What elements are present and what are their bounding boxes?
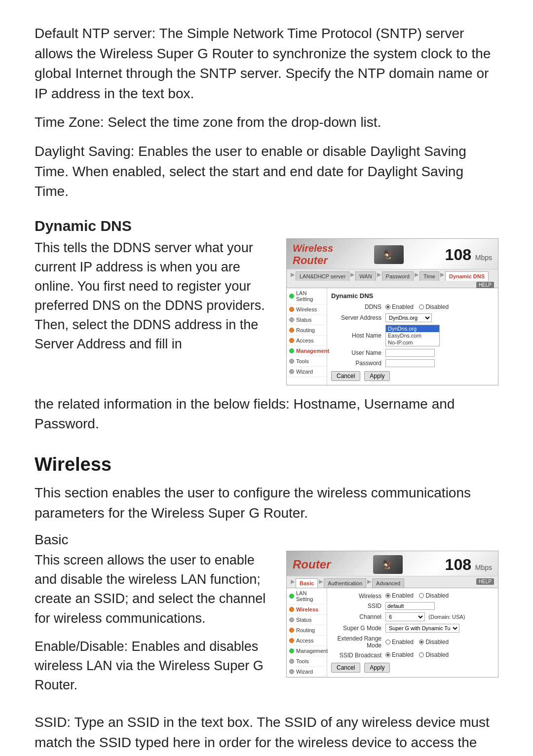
wireless-sidebar-wireless[interactable]: Wireless — [287, 605, 327, 615]
dynamic-dns-body2: the related information in the below fie… — [35, 394, 498, 434]
wireless-basic-body2: Enable/Disable: Enables and disables wir… — [35, 637, 274, 695]
dns-disabled-radio[interactable]: Disabled — [419, 303, 449, 310]
wireless-extended-disabled-circle — [419, 640, 424, 644]
wireless-dot-wireless — [289, 607, 294, 612]
wireless-sidebar-wizard[interactable]: Wizard — [287, 667, 327, 677]
wireless-tab-advanced[interactable]: Advanced — [372, 578, 404, 588]
dns-dot-status — [289, 317, 294, 322]
dns-ddns-row: DDNS Enabled Disabled — [331, 303, 494, 311]
wireless-ssid-row: SSID — [331, 602, 494, 610]
dns-dropdown-list[interactable]: DynDns.org EasyDns.com No-IP.com — [385, 325, 440, 346]
dns-sidebar-wireless[interactable]: Wireless — [287, 304, 327, 315]
dns-tab-password[interactable]: Password — [382, 271, 414, 281]
wireless-ssid-bcast-disabled-radio[interactable]: Disabled — [419, 651, 449, 658]
wireless-superg-select[interactable]: Super G with Dynamic Turbo — [385, 624, 459, 633]
wireless-sidebar-management[interactable]: Management — [287, 646, 327, 656]
wireless-disabled-circle — [419, 593, 424, 598]
wireless-sidebar-wizard-label: Wizard — [296, 669, 313, 675]
dns-tab-lan[interactable]: LAN&DHCP server — [296, 271, 349, 281]
dns-tab-wan[interactable]: WAN — [355, 271, 376, 281]
dns-password-value — [385, 359, 494, 367]
wireless-ssid-bcast-enabled-circle — [385, 652, 390, 657]
wireless-ssid-broadcast-label: SSID Broadcast — [331, 652, 385, 659]
wireless-sidebar-access[interactable]: Access — [287, 636, 327, 646]
dns-username-input[interactable] — [385, 349, 435, 357]
dns-sidebar-tools[interactable]: Tools — [287, 356, 327, 367]
dns-dot-wireless — [289, 307, 294, 312]
wireless-disabled-radio[interactable]: Disabled — [419, 592, 449, 599]
dns-hostname-row: Host Name DynDns.org EasyDns.com No-IP.c… — [331, 325, 494, 346]
dns-ddns-label: DDNS — [331, 303, 385, 310]
wireless-channel-label: Channel — [331, 613, 385, 620]
wireless-sidebar-management-label: Management — [296, 648, 328, 654]
dns-cancel-button[interactable]: Cancel — [331, 371, 360, 381]
dns-tab-dynamic-dns[interactable]: Dynamic DNS — [445, 271, 489, 281]
wireless-dot-routing — [289, 628, 294, 633]
dns-sidebar-tools-label: Tools — [296, 358, 309, 364]
dns-nav-arrow3: ▶ — [377, 271, 381, 281]
wireless-ssid-input[interactable] — [385, 602, 435, 610]
wireless-tab-basic[interactable]: Basic — [296, 578, 318, 588]
wireless-ssid-bcast-disabled-circle — [419, 652, 424, 657]
wireless-sidebar-status[interactable]: Status — [287, 615, 327, 625]
dns-dot-tools — [289, 359, 294, 364]
dns-dropdown-option3[interactable]: No-IP.com — [386, 339, 439, 346]
wireless-superg-row: Super G Mode Super G with Dynamic Turbo — [331, 624, 494, 633]
dns-ddns-radios: Enabled Disabled — [385, 303, 494, 311]
wireless-sidebar-access-label: Access — [296, 638, 313, 643]
wireless-dot-access — [289, 638, 294, 643]
dns-sidebar-status[interactable]: Status — [287, 315, 327, 325]
wireless-channel-domain: (Domain: USA) — [428, 614, 465, 620]
dns-sidebar-routing[interactable]: Routing — [287, 325, 327, 336]
wireless-router-header: Router 🦅 108 Mbps — [287, 551, 498, 576]
wireless-sidebar-routing[interactable]: Routing — [287, 625, 327, 636]
dns-nav-tabs: ▶ LAN&DHCP server ▶ WAN ▶ Password ▶ Tim… — [287, 269, 498, 288]
dns-dot-access — [289, 338, 294, 343]
dns-nav-arrow4: ▶ — [415, 271, 419, 281]
wireless-help-badge[interactable]: HELP — [476, 578, 494, 585]
wireless-nav-tabs: ▶ Basic ▶ Authentication ▶ Advanced HELP — [287, 576, 498, 588]
dns-server-select[interactable]: DynDns.org EasyDns.com No-IP.com — [385, 313, 432, 322]
para-ntp: Default NTP server: The Simple Network T… — [35, 24, 498, 104]
dns-help-badge[interactable]: HELP — [476, 282, 494, 288]
dns-brand-area: WirelessRouter — [293, 243, 333, 267]
dns-apply-button[interactable]: Apply — [364, 371, 390, 381]
wireless-enable-radios: Enabled Disabled — [385, 592, 494, 600]
dns-sidebar-status-label: Status — [296, 317, 311, 323]
dns-sidebar-management[interactable]: Management — [287, 346, 327, 356]
dns-main-content: Dynamic DNS DDNS Enabled Disabled — [327, 288, 498, 385]
dynamic-dns-body: This tells the DDNS server what your cur… — [35, 238, 274, 354]
page-content: Default NTP server: The Simple Network T… — [0, 0, 533, 756]
wireless-router-layout: LAN Setting Wireless Status Routing — [287, 588, 498, 677]
wireless-ssid-bcast-enabled-radio[interactable]: Enabled — [385, 651, 414, 658]
wireless-apply-button[interactable]: Apply — [364, 663, 390, 673]
wireless-channel-select[interactable]: 6 — [385, 612, 425, 621]
dns-sidebar-access[interactable]: Access — [287, 336, 327, 346]
wireless-ssid-broadcast-row: SSID Broadcast Enabled Disabled — [331, 651, 494, 659]
dynamic-dns-section: This tells the DDNS server what your cur… — [35, 238, 498, 385]
dns-password-input[interactable] — [385, 359, 435, 367]
wireless-tab-auth[interactable]: Authentication — [324, 578, 366, 588]
dns-dropdown-option1[interactable]: DynDns.org — [386, 325, 439, 332]
dns-mbps-number: 108 — [445, 246, 471, 264]
wireless-intro: This section enables the user to configu… — [35, 483, 498, 523]
dns-sidebar-routing-label: Routing — [296, 327, 315, 333]
wireless-cancel-button[interactable]: Cancel — [331, 663, 360, 673]
dns-dot-lan — [289, 294, 294, 299]
wireless-extended-enabled-radio[interactable]: Enabled — [385, 639, 414, 645]
wireless-sidebar-lan[interactable]: LAN Setting — [287, 588, 327, 605]
dns-tab-time[interactable]: Time — [419, 271, 439, 281]
dns-sidebar-lan[interactable]: LAN Setting — [287, 288, 327, 304]
ssid-text: SSID: Type an SSID in the text box. The … — [35, 713, 498, 756]
dns-server-row: Server Address DynDns.org EasyDns.com No… — [331, 313, 494, 322]
dns-section-title: Dynamic DNS — [331, 292, 494, 300]
dns-dropdown-option2[interactable]: EasyDns.com — [386, 332, 439, 339]
wireless-enabled-radio[interactable]: Enabled — [385, 592, 414, 599]
dns-sidebar-wizard[interactable]: Wizard — [287, 367, 327, 377]
wireless-basic-body1: This screen allows the user to enable an… — [35, 551, 274, 628]
para-timezone: Time Zone: Select the time zone from the… — [35, 113, 498, 133]
wireless-sidebar-tools[interactable]: Tools — [287, 656, 327, 667]
dns-enabled-radio[interactable]: Enabled — [385, 303, 414, 310]
dns-hostname-label: Host Name — [331, 332, 385, 339]
wireless-extended-disabled-radio[interactable]: Disabled — [419, 639, 449, 645]
